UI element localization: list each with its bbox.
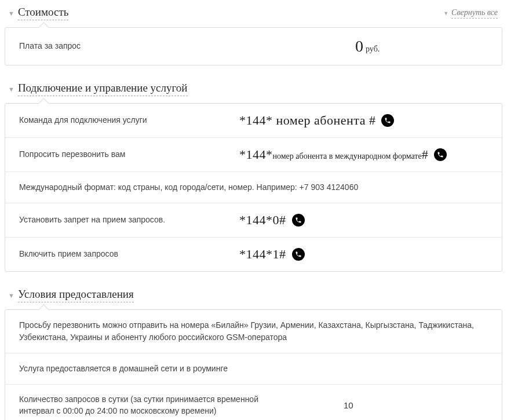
format-text: Международный формат: код страны, код го… [19, 181, 488, 193]
chevron-down-icon: ▼ [8, 10, 14, 17]
phone-icon[interactable] [434, 148, 447, 161]
phone-icon[interactable] [381, 114, 394, 127]
row-connect-cmd: Команда для подключения услуги *144*номе… [5, 104, 502, 138]
fee-label: Плата за запрос [19, 41, 239, 52]
collapse-all-link[interactable]: ▼ Свернуть все [443, 8, 498, 19]
row-enable: Включить прием запросов *144*1# [5, 238, 502, 271]
limit-value-cell: 10 [297, 400, 488, 410]
ussd-code-part: номер абонента [276, 113, 366, 128]
ussd-code: *144*0# [239, 213, 286, 228]
section-heading-terms[interactable]: ▼ Условия предоставления [8, 288, 134, 302]
section-title: Условия предоставления [18, 288, 134, 302]
callback-label: Попросить перезвонить вам [19, 149, 239, 160]
section-heading-cost[interactable]: ▼ Стоимость [8, 6, 68, 20]
panel-manage: Команда для подключения услуги *144*номе… [5, 103, 502, 272]
block-value: *144*0# [239, 213, 488, 228]
section-title: Стоимость [18, 6, 69, 20]
row-fee: Плата за запрос 0 руб. [5, 28, 502, 65]
connect-cmd-value: *144*номер абонента# [239, 113, 488, 128]
phone-icon[interactable] [292, 248, 305, 261]
ussd-code-part: *144* [239, 113, 273, 128]
roaming-text: Услуга предоставляется в домашней сети и… [19, 363, 488, 375]
section-title: Подключение и управление услугой [18, 82, 188, 96]
row-limit: Количество запросов в сутки (за сутки пр… [5, 385, 502, 420]
fee-unit: руб. [366, 45, 380, 54]
chevron-down-icon: ▼ [8, 292, 14, 299]
limit-value: 10 [344, 400, 353, 410]
fee-value-cell: 0 руб. [239, 37, 488, 56]
row-callback: Попросить перезвонить вам *144*номер або… [5, 138, 502, 172]
row-roaming: Услуга предоставляется в домашней сети и… [5, 353, 502, 385]
connect-cmd-label: Команда для подключения услуги [19, 115, 239, 126]
row-countries: Просьбу перезвонить можно отправить на н… [5, 310, 502, 353]
ussd-code: *144*1# [239, 247, 286, 262]
countries-text: Просьбу перезвонить можно отправить на н… [19, 319, 488, 344]
phone-icon[interactable] [292, 214, 305, 227]
panel-cost: Плата за запрос 0 руб. [5, 27, 502, 65]
chevron-down-icon: ▼ [443, 10, 448, 16]
fee-value: 0 [355, 37, 363, 56]
enable-value: *144*1# [239, 247, 488, 262]
ussd-code-part: номер абонента в международном формате [273, 152, 422, 160]
callback-value: *144*номер абонента в международном форм… [239, 147, 488, 162]
enable-label: Включить прием запросов [19, 249, 239, 260]
row-format-info: Международный формат: код страны, код го… [5, 172, 502, 203]
chevron-down-icon: ▼ [8, 86, 14, 93]
limit-label: Количество запросов в сутки (за сутки пр… [19, 394, 297, 417]
section-heading-manage[interactable]: ▼ Подключение и управление услугой [8, 82, 188, 96]
panel-terms: Просьбу перезвонить можно отправить на н… [5, 309, 502, 420]
ussd-code-part: # [369, 113, 376, 128]
ussd-code-part: *144* [239, 147, 273, 162]
row-block: Установить запрет на прием запросов. *14… [5, 203, 502, 238]
block-label: Установить запрет на прием запросов. [19, 214, 239, 226]
ussd-code-part: # [422, 147, 429, 162]
collapse-all-label: Свернуть все [451, 8, 498, 19]
